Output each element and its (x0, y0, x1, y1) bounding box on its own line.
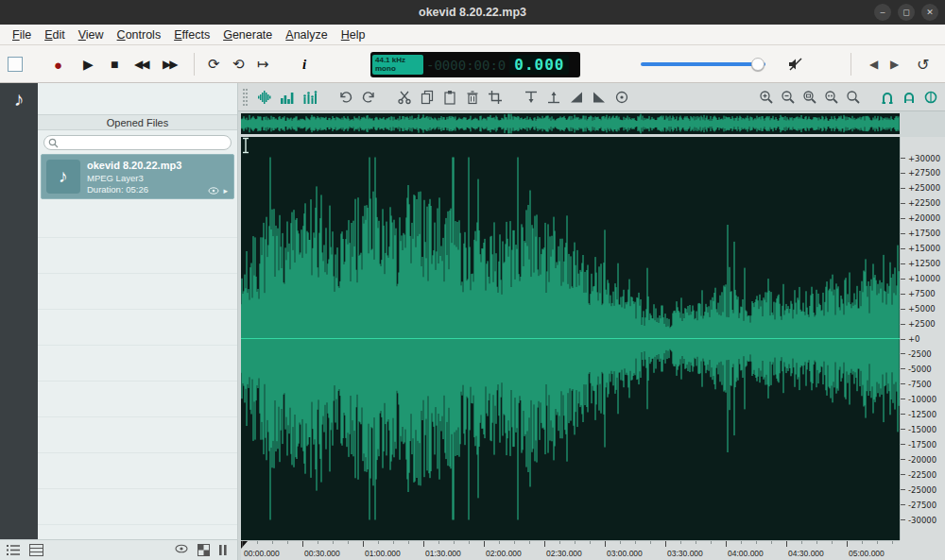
time-tick-minor (318, 541, 318, 544)
stop-button[interactable]: ■ (111, 58, 118, 71)
marker-insert-button[interactable] (522, 88, 541, 107)
app-logo-music-note-icon: ♪ (0, 88, 38, 110)
minimize-button[interactable]: – (874, 4, 891, 21)
copy-icon (420, 90, 435, 105)
zoom-out-button[interactable] (779, 88, 798, 107)
paste-button[interactable] (440, 88, 459, 107)
snap-a-button[interactable] (878, 88, 897, 107)
zoom-fit-button[interactable] (800, 88, 819, 107)
main-waveform[interactable] (241, 137, 900, 540)
lcd-time-value: 0.000 (509, 55, 569, 75)
window-title: okevid 8.20.22.mp3 (419, 6, 526, 19)
snap-b-button[interactable] (900, 88, 919, 107)
menu-item-effects[interactable]: Effects (167, 26, 216, 43)
amp-label: +7500 (908, 289, 936, 298)
pickup-arrow-button[interactable] (544, 88, 563, 107)
fade-in-button[interactable] (567, 88, 586, 107)
amp-tick (901, 188, 905, 189)
menu-item-view[interactable]: View (72, 26, 111, 43)
amp-tick (901, 504, 905, 505)
fast-forward-button[interactable]: ▶▶ (163, 59, 176, 70)
menu-item-file[interactable]: File (6, 26, 38, 43)
time-label: 04:30.000 (788, 549, 824, 558)
amp-tick (901, 203, 905, 204)
loop-once-button[interactable]: ⟲ (232, 56, 245, 73)
list-view-button[interactable] (7, 544, 21, 556)
menu-item-help[interactable]: Help (335, 26, 372, 43)
levels-view-button[interactable] (278, 88, 297, 107)
opened-file-item[interactable]: ♪ okevid 8.20.22.mp3 MPEG Layer3 Duratio… (41, 154, 234, 199)
record-button[interactable]: ● (54, 56, 62, 72)
spectrum-view-icon (302, 90, 318, 105)
menu-item-edit[interactable]: Edit (38, 26, 72, 43)
snap-c-icon (923, 90, 938, 105)
copy-button[interactable] (418, 88, 437, 107)
pause-marks-button[interactable] (218, 544, 228, 556)
amp-label: +17500 (908, 229, 940, 238)
time-tick-major (665, 541, 666, 547)
info-button[interactable]: i (302, 56, 306, 72)
zoom-normal-button[interactable] (844, 88, 863, 107)
selection-tool-button[interactable] (8, 57, 23, 72)
volume-slider-handle[interactable] (751, 58, 765, 71)
ruler-corner (900, 540, 945, 560)
menu-item-analyze[interactable]: Analyze (279, 26, 334, 43)
time-tick-minor (680, 541, 681, 544)
cut-button[interactable] (395, 88, 414, 107)
play-button[interactable]: ▶ (83, 58, 94, 71)
time-tick-minor (741, 541, 742, 544)
maximize-button[interactable]: ◻ (898, 4, 915, 21)
amp-label: +12500 (908, 259, 940, 268)
nav-forward-button[interactable]: ▶ (890, 58, 899, 71)
time-tick-minor (862, 541, 863, 544)
opened-files-panel: Opened Files ♪ okevid 8.20.22.mp3 MPEG L… (38, 83, 238, 539)
spectrum-view-button[interactable] (301, 88, 319, 107)
rewind-button[interactable]: ◀◀ (134, 59, 147, 70)
paste-icon (442, 90, 457, 105)
search-input[interactable] (43, 135, 232, 150)
zoom-selection-button[interactable] (822, 88, 841, 107)
time-tick-minor (832, 541, 833, 544)
toolbar-separator (850, 53, 851, 76)
mute-button[interactable] (787, 57, 804, 72)
menu-item-controls[interactable]: Controls (111, 26, 168, 43)
overview-waveform[interactable] (241, 113, 900, 134)
snap-b-icon (902, 90, 917, 105)
play-to-end-button[interactable]: ↦ (257, 56, 269, 73)
toolbar-separator (194, 53, 195, 76)
time-label: 03:00.000 (607, 549, 643, 558)
crop-button[interactable] (486, 88, 505, 107)
amp-tick (901, 233, 905, 234)
redo-icon (361, 90, 376, 105)
nav-back-button[interactable]: ◀ (869, 58, 878, 71)
undo-button[interactable] (336, 88, 355, 107)
editor-toolbar (238, 83, 945, 111)
history-button[interactable]: ↺ (917, 55, 929, 73)
eye-toggle-button[interactable] (175, 544, 188, 553)
menu-item-generate[interactable]: Generate (216, 26, 279, 43)
file-duration: Duration: 05:26 (87, 184, 181, 195)
amp-label: +2500 (908, 319, 936, 329)
checker-toggle-button[interactable] (198, 544, 210, 556)
time-ruler[interactable]: 00:00.00000:30.00001:00.00001:30.00002:0… (241, 540, 900, 560)
delete-button[interactable] (463, 88, 482, 107)
waveform-view-button[interactable] (255, 88, 274, 107)
loop-point-button[interactable] (612, 88, 631, 107)
file-name: okevid 8.20.22.mp3 (87, 160, 181, 171)
zoom-selection-icon (824, 90, 839, 105)
detail-view-button[interactable] (29, 544, 43, 556)
zoom-in-button[interactable] (757, 88, 776, 107)
main-area: ♪ Opened Files ♪ okevid 8.20.22.mp3 MPEG… (0, 83, 945, 560)
close-button[interactable]: ✕ (921, 4, 938, 21)
volume-slider[interactable] (641, 59, 765, 70)
toolbar-drag-handle[interactable] (243, 89, 248, 106)
time-tick-major (423, 541, 424, 547)
fade-out-button[interactable] (590, 88, 609, 107)
amp-tick (901, 294, 905, 295)
loop-repeat-button[interactable]: ⟳ (208, 56, 220, 73)
amp-tick (901, 489, 905, 490)
redo-button[interactable] (359, 88, 378, 107)
lcd-channels: mono (375, 65, 421, 74)
snap-c-button[interactable] (921, 88, 940, 107)
selection-rect-icon (8, 57, 23, 72)
